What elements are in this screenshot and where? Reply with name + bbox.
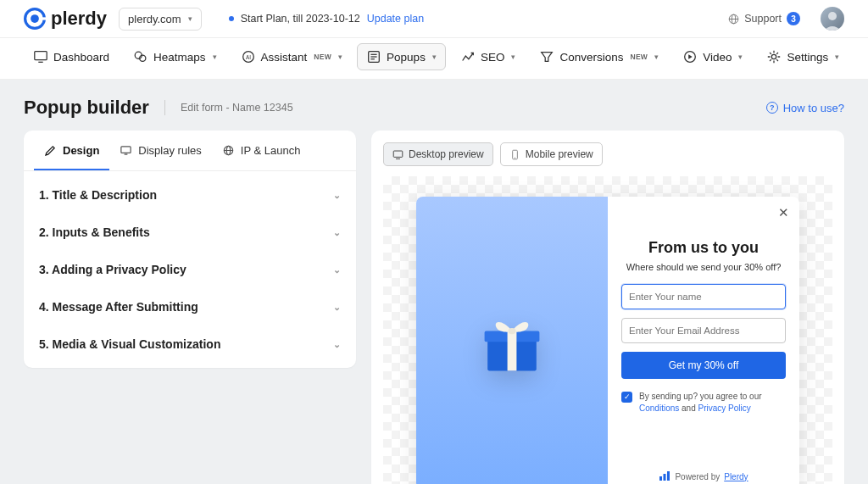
separator — [164, 100, 165, 115]
editor-tabs: Design Display rules IP & Launch — [24, 131, 356, 171]
update-plan-link[interactable]: Update plan — [367, 13, 424, 25]
nav-conversions[interactable]: Conversions NEW ▾ — [530, 43, 668, 70]
svg-rect-30 — [508, 331, 517, 371]
accordion: 1. Title & Description⌄ 2. Inputs & Bene… — [24, 171, 356, 368]
mobile-preview-button[interactable]: Mobile preview — [500, 142, 603, 166]
chevron-down-icon: ▾ — [835, 53, 839, 61]
tab-label: IP & Launch — [241, 144, 301, 157]
brand-logo[interactable]: plerdy — [24, 8, 107, 30]
domain-selector[interactable]: plerdy.com ▾ — [119, 8, 202, 31]
svg-rect-24 — [393, 151, 403, 157]
svg-point-18 — [772, 54, 776, 58]
support-count-badge: 3 — [787, 12, 800, 25]
howto-label: How to use? — [783, 102, 844, 114]
tab-display-rules[interactable]: Display rules — [109, 131, 211, 170]
display-icon — [120, 144, 132, 157]
ai-icon: AI — [241, 50, 256, 64]
nav-label: Heatmaps — [153, 51, 206, 64]
plerdy-logo-icon — [24, 8, 46, 30]
acc-title-description[interactable]: 1. Title & Description⌄ — [24, 176, 356, 214]
editor-panel: Design Display rules IP & Launch 1. Titl… — [24, 131, 356, 368]
nav-seo[interactable]: SEO ▾ — [451, 43, 526, 70]
popup-card: ✕ From us to you Where should we send yo… — [416, 197, 799, 484]
acc-label: 4. Message After Submitting — [39, 300, 198, 314]
heatmap-icon — [133, 50, 148, 64]
chevron-down-icon: ⌄ — [333, 302, 341, 313]
nav-assistant[interactable]: AI Assistant NEW ▾ — [231, 43, 353, 70]
acc-label: 3. Adding a Privacy Policy — [39, 263, 186, 276]
avatar[interactable] — [821, 7, 844, 31]
popup-image-panel — [416, 197, 608, 484]
desktop-icon — [392, 149, 403, 160]
acc-media-visual[interactable]: 5. Media & Visual Customization⌄ — [24, 325, 356, 363]
nav-label: Assistant — [261, 51, 308, 64]
chevron-down-icon: ▾ — [432, 53, 437, 61]
close-icon[interactable]: ✕ — [778, 205, 789, 220]
help-icon: ? — [766, 102, 778, 114]
svg-rect-34 — [667, 471, 670, 481]
workspace: Design Display rules IP & Launch 1. Titl… — [0, 131, 868, 484]
svg-point-31 — [509, 328, 516, 334]
acc-privacy-policy[interactable]: 3. Adding a Privacy Policy⌄ — [24, 251, 356, 288]
nav-label: Video — [703, 51, 732, 64]
checkbox-checked-icon[interactable]: ✓ — [621, 392, 632, 403]
chevron-down-icon: ⌄ — [333, 227, 341, 238]
powered-by: Powered by Plerdy — [621, 444, 786, 481]
chevron-down-icon: ▾ — [738, 53, 743, 61]
button-label: Desktop preview — [409, 148, 484, 160]
nav-dashboard[interactable]: Dashboard — [24, 43, 119, 70]
chevron-down-icon: ▾ — [188, 14, 192, 23]
nav-video[interactable]: Video ▾ — [673, 43, 752, 70]
consent-text: By sending up? you agree to our Conditio… — [639, 391, 786, 414]
svg-point-27 — [515, 157, 515, 158]
gift-icon — [474, 305, 550, 381]
plan-info: Start Plan, till 2023-10-12 Update plan — [229, 13, 424, 25]
page-subtitle: Edit form - Name 12345 — [181, 102, 293, 114]
nav-label: Settings — [787, 51, 828, 64]
chevron-down-icon: ⌄ — [333, 264, 341, 275]
nav-settings[interactable]: Settings ▾ — [757, 43, 849, 70]
nav-label: Dashboard — [53, 51, 109, 64]
popup-subtitle: Where should we send your 30% off? — [621, 262, 786, 272]
plerdy-link[interactable]: Plerdy — [724, 472, 748, 481]
domain-selector-label: plerdy.com — [128, 13, 181, 25]
svg-rect-7 — [35, 52, 47, 60]
privacy-link[interactable]: Privacy Policy — [698, 403, 751, 413]
chevron-down-icon: ▾ — [511, 53, 515, 61]
nav-popups[interactable]: Popups ▾ — [357, 43, 446, 70]
nav-label: SEO — [481, 51, 505, 64]
plan-dot-icon — [229, 16, 234, 21]
conditions-link[interactable]: Conditions — [639, 403, 679, 413]
support-link[interactable]: Support 3 — [728, 12, 800, 25]
page-title: Popup builder — [24, 97, 149, 119]
svg-rect-33 — [664, 474, 666, 481]
tab-label: Display rules — [138, 144, 201, 157]
svg-rect-32 — [659, 476, 662, 481]
chevron-down-icon: ⌄ — [333, 339, 341, 350]
new-badge: NEW — [630, 53, 648, 61]
acc-label: 1. Title & Description — [39, 188, 157, 202]
chevron-down-icon: ▾ — [213, 53, 217, 61]
monitor-icon — [33, 50, 48, 64]
popup-form-panel: From us to you Where should we send your… — [608, 197, 799, 484]
nav-heatmaps[interactable]: Heatmaps ▾ — [124, 43, 226, 70]
email-input[interactable] — [621, 318, 786, 343]
name-input[interactable] — [621, 284, 786, 309]
svg-rect-19 — [121, 147, 131, 153]
plan-text: Start Plan, till 2023-10-12 — [241, 13, 360, 25]
tab-design[interactable]: Design — [34, 131, 109, 170]
how-to-use-link[interactable]: ? How to use? — [766, 102, 844, 114]
preview-toggles: Desktop preview Mobile preview — [383, 142, 832, 166]
support-label: Support — [744, 13, 782, 25]
top-bar: plerdy plerdy.com ▾ Start Plan, till 202… — [0, 0, 868, 38]
cta-button[interactable]: Get my 30% off — [621, 352, 786, 379]
tab-ip-launch[interactable]: IP & Launch — [212, 131, 311, 170]
pencil-icon — [44, 144, 57, 157]
desktop-preview-button[interactable]: Desktop preview — [383, 142, 493, 166]
acc-inputs-benefits[interactable]: 2. Inputs & Benefits⌄ — [24, 214, 356, 251]
popup-title: From us to you — [621, 239, 786, 257]
svg-point-1 — [31, 14, 39, 23]
page-header: Popup builder Edit form - Name 12345 ? H… — [0, 80, 868, 131]
play-icon — [682, 50, 698, 64]
acc-message-after[interactable]: 4. Message After Submitting⌄ — [24, 288, 356, 325]
